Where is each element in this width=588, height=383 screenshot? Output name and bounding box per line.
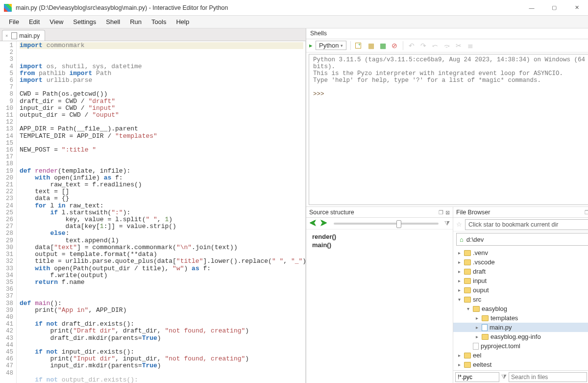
tree-expand-icon[interactable]: ▸ (456, 278, 462, 283)
panel-detach-icon[interactable]: ❐ (585, 209, 588, 215)
new-shell-icon[interactable] (355, 41, 364, 50)
code-line[interactable]: if not draft_dir.exists(): (20, 320, 134, 328)
code-line[interactable]: print("Input dir", input_dir, "not found… (20, 355, 249, 362)
filter-icon[interactable]: ⧩ (444, 220, 450, 228)
filter-input[interactable] (455, 372, 499, 382)
code-line[interactable]: if l.startswith(":"): (20, 209, 130, 216)
tree-item[interactable]: ▸ eeltest (453, 360, 588, 369)
tree-item[interactable]: ▸ .vscode (453, 257, 588, 267)
code-line[interactable]: if not input_dir.exists(): (20, 348, 134, 356)
tree-expand-icon[interactable]: ▸ (456, 287, 462, 293)
code-line[interactable]: with open(Path(output_dir / title), "w")… (20, 265, 211, 272)
code-line[interactable]: CWD = Path(os.getcwd()) (20, 90, 107, 98)
code-line[interactable] (20, 160, 24, 167)
path-bar[interactable]: ⌂ d:\dev (456, 233, 588, 246)
code-line[interactable]: for l in raw_text: (20, 202, 104, 209)
menu-tools[interactable]: Tools (147, 17, 171, 27)
code-editor[interactable]: 1234567891011121314151617181920212223242… (0, 41, 306, 383)
shell-action3-icon[interactable]: ▦ (378, 41, 387, 50)
structure-item[interactable]: render() (312, 232, 447, 241)
tree-item[interactable]: ▸ input (453, 276, 588, 285)
bookmark-dropdown[interactable]: Click star to bookmark current dir ▾ (465, 219, 588, 230)
code-line[interactable]: NEW_POST = ":title " (20, 146, 96, 153)
code-line[interactable]: data[key[1:]] = value.strip() (20, 223, 176, 230)
code-line[interactable]: data["text"] = commonmark.commonmark("\n… (20, 244, 238, 251)
tree-expand-icon[interactable]: ▸ (474, 334, 480, 339)
code-line[interactable]: data = {} (20, 195, 69, 202)
code-line[interactable]: output = template.format(**data) (20, 251, 157, 258)
menu-help[interactable]: Help (171, 17, 194, 27)
source-structure-list[interactable]: render()main() (306, 230, 453, 252)
code-line[interactable]: with open(infile) as f: (20, 174, 123, 181)
tree-item[interactable]: ▸ eel (453, 351, 588, 360)
nav-back-icon[interactable]: ⮜ (309, 219, 317, 228)
terminate-shell-icon[interactable]: ⊘ (390, 41, 399, 50)
maximize-button[interactable]: ▢ (543, 0, 565, 16)
code-line[interactable] (20, 118, 24, 126)
step-back-icon[interactable]: ⤺ (431, 41, 440, 50)
menu-shell[interactable]: Shell (101, 17, 125, 27)
code-line[interactable]: import commonmark (20, 42, 303, 49)
code-line[interactable]: print("Draft dir", draft_dir, "not found… (20, 327, 249, 334)
minimize-button[interactable]: — (520, 0, 543, 16)
code-line[interactable]: import os, shutil, sys, datetime (20, 63, 142, 70)
shell-action2-icon[interactable]: ▦ (367, 41, 375, 50)
redo-icon[interactable]: ↷ (419, 41, 428, 50)
code-line[interactable] (20, 139, 24, 147)
home-icon[interactable]: ⌂ (460, 236, 464, 243)
code-line[interactable]: output_dir = CWD / "ouput" (20, 111, 119, 119)
tree-item[interactable]: ▸ easyblog.egg-info (453, 332, 588, 341)
menu-settings[interactable]: Settings (68, 17, 101, 27)
code-line[interactable] (20, 341, 24, 349)
tree-expand-icon[interactable]: ▸ (474, 325, 480, 330)
tree-item[interactable]: ▸ .venv (453, 248, 588, 257)
tree-expand-icon[interactable]: ▸ (456, 250, 462, 255)
tab-close-icon[interactable]: × (5, 33, 8, 38)
code-line[interactable]: else: (20, 230, 69, 237)
shell-selector[interactable]: Python▾ (316, 41, 346, 50)
shell-output[interactable]: Python 3.11.5 (tags/v3.11.5:cce6ba9, Aug… (309, 54, 588, 205)
menu-run[interactable]: Run (125, 17, 147, 27)
undo-icon[interactable]: ↶ (407, 41, 416, 50)
menu-file[interactable]: File (4, 17, 24, 27)
code-line[interactable] (20, 55, 24, 63)
code-line[interactable] (20, 292, 24, 300)
code-line[interactable] (20, 285, 24, 293)
code-line[interactable] (20, 153, 24, 160)
tree-expand-icon[interactable]: ▸ (456, 259, 462, 265)
code-line[interactable]: from pathlib import Path (20, 70, 111, 77)
tree-expand-icon[interactable]: ▾ (456, 297, 462, 302)
code-line[interactable]: APP_DIR = Path(__file__).parent (20, 125, 138, 132)
cut-icon[interactable]: ✂ (454, 41, 463, 50)
list-icon[interactable]: ≣ (466, 41, 475, 50)
menu-view[interactable]: View (45, 17, 68, 27)
code-line[interactable]: title = urllib.parse.quote_plus(data["ti… (20, 257, 305, 265)
panel-close-icon[interactable]: ⊠ (445, 209, 450, 215)
tree-item[interactable]: ▸ templates (453, 313, 588, 323)
close-button[interactable]: ✕ (565, 0, 588, 16)
shell-run-icon[interactable]: ▸ (309, 42, 313, 49)
nav-forward-icon[interactable]: ⮞ (320, 219, 328, 228)
code-line[interactable] (20, 313, 24, 321)
code-line[interactable]: return f.name (20, 279, 85, 286)
code-line[interactable]: draft_dir = CWD / "draft" (20, 98, 115, 105)
file-tree[interactable]: ▸ .venv ▸ .vscode ▸ draft ▸ input ▸ oupu… (453, 247, 588, 370)
structure-item[interactable]: main() (312, 241, 447, 249)
code-line[interactable] (20, 83, 24, 91)
code-line[interactable] (20, 369, 24, 377)
code-line[interactable]: draft_dir.mkdir(parents=True) (20, 334, 161, 342)
code-line[interactable]: TEMPLATE_DIR = APP_DIR / "templates" (20, 132, 157, 140)
tree-item[interactable]: pyproject.toml (453, 341, 588, 351)
tree-expand-icon[interactable]: ▸ (456, 269, 462, 274)
filter-icon[interactable]: ⧩ (501, 373, 507, 381)
code-line[interactable]: input_dir.mkdir(parents=True) (20, 362, 161, 369)
step-forward-icon[interactable]: ⤼ (442, 41, 451, 50)
code-line[interactable]: text = [] (20, 188, 69, 195)
code-line[interactable]: key, value = l.split(" ", 1) (20, 216, 172, 223)
file-tab[interactable]: × main.py (2, 30, 45, 41)
code-line[interactable]: def render(template, infile): (20, 167, 130, 175)
tree-item[interactable]: ▾ easyblog (453, 304, 588, 313)
tree-expand-icon[interactable]: ▸ (456, 362, 462, 367)
tree-expand-icon[interactable]: ▸ (456, 353, 462, 358)
code-line[interactable]: def main(): (20, 300, 62, 307)
